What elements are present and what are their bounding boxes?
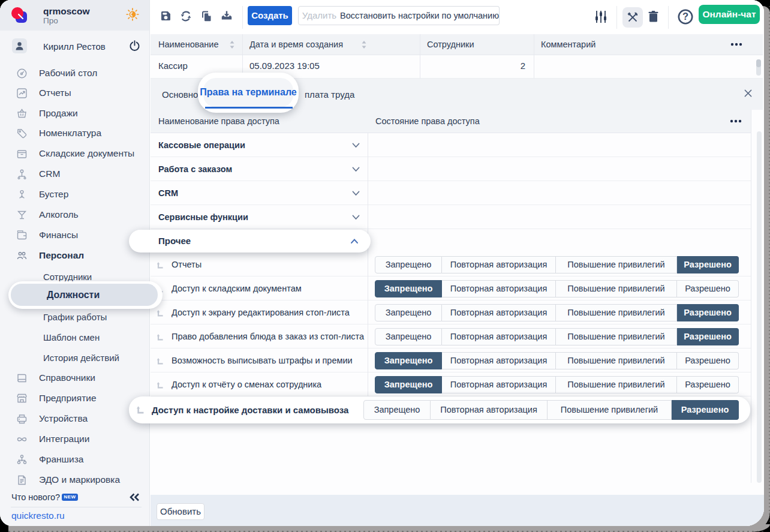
svg-text:?: ? <box>682 11 688 22</box>
